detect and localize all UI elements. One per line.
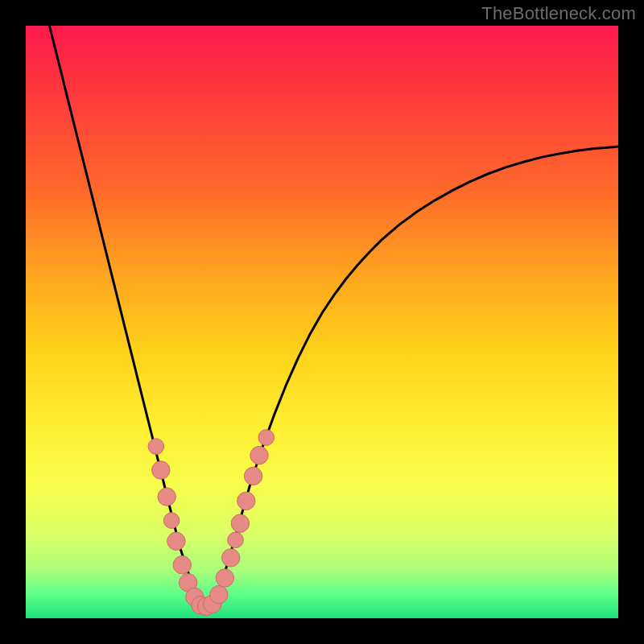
plot-area — [26, 26, 618, 618]
bottleneck-curve — [49, 26, 618, 606]
curve-marker — [163, 513, 180, 529]
curve-marker — [173, 556, 191, 574]
curve-marker — [222, 549, 240, 567]
curve-marker — [228, 532, 244, 548]
curve-marker — [250, 446, 268, 464]
curve-marker — [258, 430, 275, 446]
curve-marker — [167, 532, 185, 550]
curve-marker — [216, 569, 233, 587]
curve-marker — [231, 514, 249, 532]
curve-marker — [148, 439, 164, 455]
curve-markers — [148, 430, 275, 616]
curve-svg — [26, 26, 618, 618]
curve-marker — [152, 461, 170, 479]
curve-marker — [237, 492, 255, 510]
curve-marker — [210, 585, 228, 603]
watermark-text: TheBottleneck.com — [481, 3, 636, 24]
outer-frame: TheBottleneck.com — [0, 0, 644, 644]
curve-marker — [244, 467, 262, 485]
curve-marker — [158, 488, 175, 506]
